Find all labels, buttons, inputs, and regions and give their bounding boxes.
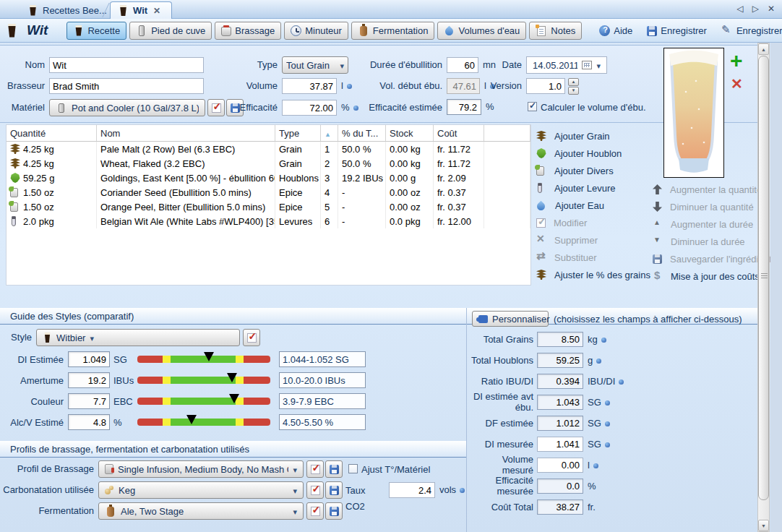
cell-stock: 0.00 kg: [386, 156, 434, 171]
table-row[interactable]: 4.25 kg Pale Malt (2 Row) Bel (6.3 EBC) …: [7, 142, 530, 156]
calc-volume-checkbox[interactable]: [528, 102, 537, 111]
style-edit-button[interactable]: [243, 329, 260, 346]
brassage-edit-button[interactable]: [306, 460, 324, 478]
delete-ingredient-icon[interactable]: [731, 75, 747, 91]
style-select[interactable]: Witbier: [36, 329, 240, 346]
col-stock[interactable]: Stock: [386, 125, 434, 141]
quantity-action-button[interactable]: Sauvegarder l'ingrédient: [653, 250, 772, 267]
col-cout[interactable]: Coût: [434, 125, 484, 141]
ingredient-action-button[interactable]: Supprimer: [536, 231, 650, 249]
carbonatation-select[interactable]: Keg: [98, 481, 304, 499]
personnaliser-button[interactable]: Personnaliser: [472, 311, 549, 327]
chevron-down-icon: [293, 506, 297, 517]
toolbar-link[interactable]: Aide: [595, 25, 637, 36]
field-label: Total Grains: [470, 334, 533, 345]
stepper-up-icon: [568, 78, 579, 86]
ingredient-action-button[interactable]: Substituer: [536, 249, 650, 266]
table-row[interactable]: 1.50 oz Coriander Seed (Ebullition 5.0 m…: [7, 185, 530, 200]
ingredient-action-button[interactable]: Modifier: [536, 214, 650, 231]
tab-wit[interactable]: Wit: [110, 1, 172, 19]
styles-section-title: Guide des Styles (comparatif): [10, 311, 134, 322]
carbonatation-edit-button[interactable]: [306, 481, 324, 499]
brassage-save-button[interactable]: [325, 460, 343, 478]
quantity-action-button[interactable]: Diminuer la durée: [653, 233, 772, 250]
efficacite-input[interactable]: [282, 100, 337, 116]
toolbar-link[interactable]: Enregistrer: [643, 25, 711, 36]
ingredient-action-button[interactable]: Ajouter Houblon: [536, 145, 650, 162]
brasseur-input[interactable]: [49, 78, 204, 94]
fermentation-save-button[interactable]: [325, 502, 343, 520]
toolbar-button[interactable]: Fermentation: [351, 22, 435, 40]
cell-stock: 0.0 pkg: [386, 214, 434, 228]
toolbar-button[interactable]: Minuteur: [284, 22, 348, 40]
col-nom[interactable]: Nom: [97, 125, 275, 141]
ingredient-action-button[interactable]: Ajouter Divers: [536, 162, 650, 179]
volume-input[interactable]: [282, 78, 337, 94]
cell-cout: fr. 2.09: [434, 171, 484, 185]
table-row[interactable]: 1.50 oz Orange Peel, Bitter (Ebullition …: [7, 200, 530, 214]
info-dot: [605, 400, 610, 406]
table-row[interactable]: 59.25 g Goldings, East Kent [5.00 %] - é…: [7, 171, 530, 185]
table-row[interactable]: 4.25 kg Wheat, Flaked (3.2 EBC) Grain 2 …: [7, 156, 530, 171]
fermentation-select[interactable]: Ale, Two Stage: [98, 502, 304, 520]
toolbar-button[interactable]: Pied de cuve: [129, 22, 212, 40]
table-header[interactable]: Quantité Nom Type % du T... Stock Coût: [7, 125, 530, 142]
tab-close-icon[interactable]: [153, 6, 160, 16]
materiel-combo[interactable]: Pot and Cooler (10 Gal/37.8 L) - All G: [49, 99, 205, 116]
vertical-scrollbar[interactable]: [757, 43, 770, 532]
cell-cout: fr. 0.37: [434, 200, 484, 214]
scrollbar-thumb[interactable]: [758, 56, 769, 500]
fermentation-label: Fermentation: [0, 503, 94, 519]
brassage-value: Single Infusion, Medium Body, No Mash Ou…: [118, 464, 288, 475]
ingredient-action-button[interactable]: Ajuster le % des grains: [536, 266, 650, 283]
duree-input[interactable]: [447, 57, 478, 73]
taux-co2-input[interactable]: [389, 482, 435, 498]
tab-recettes[interactable]: Recettes Bee...: [20, 1, 114, 19]
ajust-checkbox[interactable]: [348, 464, 358, 473]
type-select[interactable]: Tout Grain: [282, 56, 348, 74]
cell-type: Grain: [275, 142, 321, 156]
nav-back-icon[interactable]: [736, 4, 743, 14]
ingredient-action-button[interactable]: Ajouter Grain: [536, 127, 650, 145]
toolbar-button[interactable]: Volumes d'eau: [437, 22, 526, 40]
version-stepper[interactable]: [568, 78, 579, 94]
toolbar-button[interactable]: Brassage: [215, 22, 281, 40]
tab-bar: Recettes Bee... Wit: [0, 0, 782, 19]
add-ingredient-icon[interactable]: [730, 53, 746, 69]
carbonatation-label: Carbonatation utilisée: [0, 482, 94, 498]
col-pct[interactable]: % du T...: [338, 125, 386, 141]
scroll-up-icon[interactable]: [758, 43, 769, 55]
nom-input[interactable]: [49, 57, 204, 73]
toolbar-button[interactable]: Notes: [529, 22, 582, 40]
triup-icon: [653, 219, 663, 229]
save-icon: [330, 486, 339, 495]
quantity-action-button[interactable]: Augmenter la durée: [653, 215, 772, 233]
date-picker[interactable]: 14.05.2011: [526, 56, 607, 74]
window-close-icon[interactable]: [768, 4, 775, 14]
cell-stock: 0.00 oz: [386, 185, 434, 200]
arrowup-icon: [653, 184, 662, 194]
quantity-action-button[interactable]: Mise à jour des coûts: [653, 267, 772, 285]
toolbar-link-label: Enregistrer sous: [736, 25, 782, 36]
col-type[interactable]: Type: [275, 125, 321, 141]
fermentation-edit-button[interactable]: [306, 502, 324, 520]
summary-field-row: Total Grains 8.50 kg: [470, 331, 606, 347]
scroll-down-icon[interactable]: [758, 520, 769, 531]
ingredient-action-button[interactable]: Ajouter Eau: [536, 197, 650, 214]
toolbar-button[interactable]: Recette: [66, 22, 126, 40]
nav-forward-icon[interactable]: [752, 4, 759, 14]
action-label: Diminuer la durée: [671, 236, 745, 247]
table-row[interactable]: 2.0 pkg Belgian Wit Ale (White Labs #WLP…: [7, 214, 530, 228]
quantity-action-button[interactable]: Augmenter la quantité: [653, 181, 772, 198]
field-label: Efficacité mesurée: [470, 475, 533, 497]
summary-field-row: DF estimée 1.012 SG: [470, 415, 610, 431]
version-input[interactable]: [526, 78, 565, 94]
quantity-action-button[interactable]: Diminuer la quantité: [653, 198, 772, 215]
col-sort[interactable]: [321, 125, 338, 141]
field-label: Volume mesuré: [470, 454, 533, 476]
brassage-select[interactable]: Single Infusion, Medium Body, No Mash Ou…: [98, 460, 304, 478]
toolbar-link[interactable]: Enregistrer sous: [717, 25, 782, 36]
col-quantite[interactable]: Quantité: [7, 125, 97, 141]
ingredient-action-button[interactable]: Ajouter Levure: [536, 179, 650, 197]
carbonatation-save-button[interactable]: [325, 481, 343, 499]
